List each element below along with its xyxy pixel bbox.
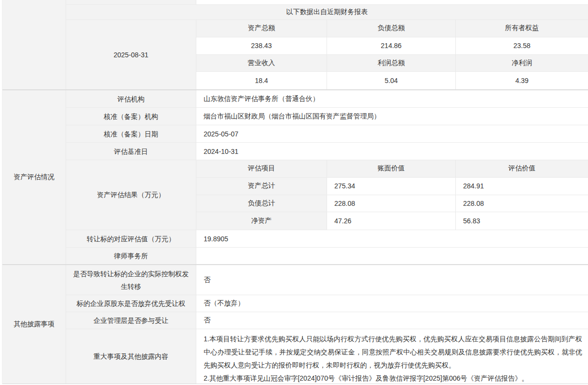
header-total-profit: 利润总额 bbox=[327, 55, 455, 72]
report-date-cell: 2025-08-31 bbox=[66, 20, 196, 89]
header-assessed-value: 评估价值 bbox=[455, 160, 588, 177]
book-net-assets: 47.26 bbox=[327, 212, 455, 230]
evaluation-result-table: 评估项目 账面价值 评估价值 资产总计 275.34 284.91 负债总计 2… bbox=[196, 160, 588, 230]
item-total-assets: 资产总计 bbox=[196, 178, 327, 195]
major-matters-paragraph-1: 1.本项目转让方要求优先购买权人只能以场内行权方式行使优先购买权，优先购买权人应… bbox=[204, 333, 582, 372]
management-participation-value: 否 bbox=[196, 312, 588, 329]
row-approval-date: 核准（备案）日期 2025-05-07 bbox=[66, 125, 588, 143]
assessed-total-liabilities: 228.08 bbox=[455, 195, 588, 212]
header-evaluation-item: 评估项目 bbox=[196, 160, 327, 177]
section-financial-content: 以下数据出自近期财务报表 2025-08-31 资产总额 负债总额 所有者权益 … bbox=[66, 0, 588, 89]
header-book-value: 账面价值 bbox=[327, 160, 455, 177]
control-change-label: 是否导致转让标的企业的实际控制权发生转移 bbox=[66, 265, 196, 295]
truncated-top-row bbox=[66, 0, 588, 5]
value-total-liabilities: 214.86 bbox=[327, 37, 455, 54]
row-shareholder-waiver: 标的企业原股东是否放弃优先受让权 否（不放弃） bbox=[66, 295, 588, 312]
law-firm-value bbox=[196, 248, 588, 264]
major-matters-label: 重大事项及其他披露内容 bbox=[66, 329, 196, 384]
financial-value-row-1: 238.43 214.86 23.58 bbox=[196, 37, 588, 55]
section-financial: 以下数据出自近期财务报表 2025-08-31 资产总额 负债总额 所有者权益 … bbox=[2, 0, 588, 90]
financial-header-row-2: 营业收入 利润总额 净利润 bbox=[196, 55, 588, 72]
control-change-value: 否 bbox=[196, 265, 588, 295]
evaluation-result-label: 资产评估结果（万元） bbox=[66, 160, 196, 230]
header-owner-equity: 所有者权益 bbox=[455, 20, 588, 37]
financial-block: 2025-08-31 资产总额 负债总额 所有者权益 238.43 214.86… bbox=[66, 20, 588, 89]
transfer-value: 19.8905 bbox=[196, 230, 588, 247]
section-other-title: 其他披露事项 bbox=[2, 265, 66, 384]
financial-banner: 以下数据出自近期财务报表 bbox=[66, 5, 588, 20]
row-major-matters: 重大事项及其他披露内容 1.本项目转让方要求优先购买权人只能以场内行权方式行使优… bbox=[66, 329, 588, 384]
value-total-profit: 5.04 bbox=[327, 72, 455, 89]
evaluation-agency-value: 山东敦信资产评估事务所（普通合伙） bbox=[196, 90, 588, 107]
section-evaluation-content: 评估机构 山东敦信资产评估事务所（普通合伙） 核准（备案）机构 烟台市福山区财政… bbox=[66, 90, 588, 264]
evaluation-table-header-row: 评估项目 账面价值 评估价值 bbox=[196, 160, 588, 178]
disclosure-table: 以下数据出自近期财务报表 2025-08-31 资产总额 负债总额 所有者权益 … bbox=[2, 0, 588, 384]
row-approval-org: 核准（备案）机构 烟台市福山区财政局（烟台市福山区国有资产监督管理局） bbox=[66, 108, 588, 125]
header-operating-revenue: 营业收入 bbox=[196, 55, 327, 72]
row-law-firm: 律师事务所 bbox=[66, 248, 588, 264]
assessed-total-assets: 284.91 bbox=[455, 178, 588, 195]
value-operating-revenue: 18.4 bbox=[196, 72, 327, 89]
major-matters-text: 1.本项目转让方要求优先购买权人只能以场内行权方式行使优先购买权，优先购买权人应… bbox=[196, 329, 588, 384]
assessed-net-assets: 56.83 bbox=[455, 212, 588, 230]
row-management-participation: 企业管理层是否参与受让 否 bbox=[66, 312, 588, 329]
evaluation-table-row-net-assets: 净资产 47.26 56.83 bbox=[196, 212, 588, 230]
header-total-liabilities: 负债总额 bbox=[327, 20, 455, 37]
base-date-label: 评估基准日 bbox=[66, 143, 196, 160]
row-evaluation-agency: 评估机构 山东敦信资产评估事务所（普通合伙） bbox=[66, 90, 588, 108]
book-total-assets: 275.34 bbox=[327, 178, 455, 195]
management-participation-label: 企业管理层是否参与受让 bbox=[66, 312, 196, 329]
financial-value-row-2: 18.4 5.04 4.39 bbox=[196, 72, 588, 89]
row-base-date: 评估基准日 2024-10-31 bbox=[66, 143, 588, 160]
section-evaluation-title: 资产评估情况 bbox=[2, 90, 66, 264]
approval-date-label: 核准（备案）日期 bbox=[66, 125, 196, 142]
major-matters-paragraph-2: 2.其他重大事项详见山冠会审字[2024]070号《审计报告》及鲁敦信评报字[2… bbox=[204, 372, 582, 385]
section-other-content: 是否导致转让标的企业的实际控制权发生转移 否 标的企业原股东是否放弃优先受让权 … bbox=[66, 265, 588, 384]
law-firm-label: 律师事务所 bbox=[66, 248, 196, 264]
value-net-profit: 4.39 bbox=[455, 72, 588, 89]
approval-org-value: 烟台市福山区财政局（烟台市福山区国有资产监督管理局） bbox=[196, 108, 588, 125]
transfer-value-label: 转让标的对应评估值（万元） bbox=[66, 230, 196, 247]
evaluation-table-row-liabilities: 负债总计 228.08 228.08 bbox=[196, 195, 588, 213]
item-net-assets: 净资产 bbox=[196, 212, 327, 230]
row-evaluation-result: 资产评估结果（万元） 评估项目 账面价值 评估价值 资产总计 275.34 28… bbox=[66, 160, 588, 230]
value-owner-equity: 23.58 bbox=[455, 37, 588, 54]
header-net-profit: 净利润 bbox=[455, 55, 588, 72]
section-evaluation: 资产评估情况 评估机构 山东敦信资产评估事务所（普通合伙） 核准（备案）机构 烟… bbox=[2, 90, 588, 265]
evaluation-agency-label: 评估机构 bbox=[66, 90, 196, 107]
header-total-assets: 资产总额 bbox=[196, 20, 327, 37]
disclosure-table-page: 以下数据出自近期财务报表 2025-08-31 资产总额 负债总额 所有者权益 … bbox=[0, 0, 588, 385]
shareholder-waiver-label: 标的企业原股东是否放弃优先受让权 bbox=[66, 295, 196, 312]
book-total-liabilities: 228.08 bbox=[327, 195, 455, 212]
approval-date-value: 2025-05-07 bbox=[196, 125, 588, 142]
truncated-top-row-label bbox=[66, 0, 196, 4]
value-total-assets: 238.43 bbox=[196, 37, 327, 54]
section-other-disclosure: 其他披露事项 是否导致转让标的企业的实际控制权发生转移 否 标的企业原股东是否放… bbox=[2, 265, 588, 384]
evaluation-table-row-assets: 资产总计 275.34 284.91 bbox=[196, 178, 588, 195]
approval-org-label: 核准（备案）机构 bbox=[66, 108, 196, 125]
financial-grid: 资产总额 负债总额 所有者权益 238.43 214.86 23.58 营业收入… bbox=[196, 20, 588, 89]
section-financial-label-column bbox=[2, 0, 66, 89]
shareholder-waiver-value: 否（不放弃） bbox=[196, 295, 588, 312]
row-control-change: 是否导致转让标的企业的实际控制权发生转移 否 bbox=[66, 265, 588, 295]
base-date-value: 2024-10-31 bbox=[196, 143, 588, 160]
financial-header-row-1: 资产总额 负债总额 所有者权益 bbox=[196, 20, 588, 37]
truncated-top-row-value bbox=[196, 0, 588, 4]
item-total-liabilities: 负债总计 bbox=[196, 195, 327, 212]
row-transfer-value: 转让标的对应评估值（万元） 19.8905 bbox=[66, 230, 588, 248]
